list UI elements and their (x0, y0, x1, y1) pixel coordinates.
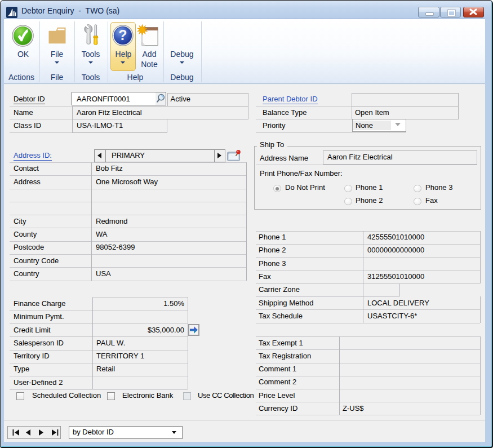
svg-text:?: ? (118, 27, 127, 43)
